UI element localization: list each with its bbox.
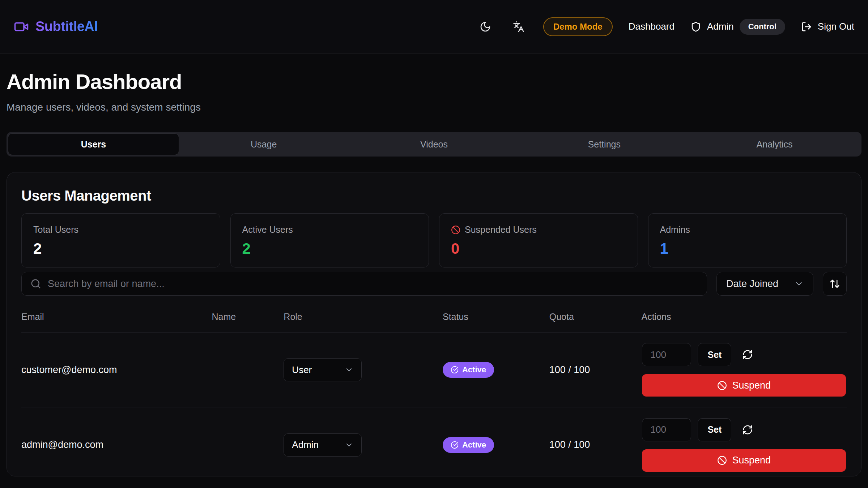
- col-header-quota: Quota: [549, 312, 642, 322]
- video-camera-icon: [14, 19, 29, 34]
- chevron-down-icon: [794, 279, 804, 288]
- set-quota-button[interactable]: Set: [698, 343, 731, 366]
- stat-value: 2: [242, 240, 417, 257]
- col-header-role: Role: [284, 312, 443, 322]
- circle-check-icon: [451, 441, 459, 449]
- ban-icon: [717, 455, 727, 465]
- users-table: Email Name Role Status Quota Actions cus…: [21, 312, 847, 476]
- search-box: [21, 272, 707, 296]
- page-subtitle: Manage users, videos, and system setting…: [7, 102, 861, 113]
- stat-card-admins: Admins 1: [648, 213, 847, 267]
- role-select[interactable]: Admin: [284, 433, 362, 457]
- users-management-panel: Users Management Total Users 2 Active Us…: [7, 172, 861, 476]
- reset-quota-button[interactable]: [742, 349, 753, 360]
- stat-label: Suspended Users: [451, 224, 626, 235]
- circle-check-icon: [451, 366, 459, 374]
- search-icon: [30, 278, 41, 289]
- status-badge: Active: [443, 437, 494, 453]
- stat-card-total-users: Total Users 2: [21, 213, 220, 267]
- stat-label: Active Users: [242, 224, 417, 235]
- sign-out-button[interactable]: Sign Out: [801, 21, 854, 32]
- nav-right: Demo Mode Dashboard Admin Control Sign O…: [477, 17, 854, 36]
- quota-input[interactable]: [642, 418, 691, 441]
- search-input[interactable]: [48, 278, 698, 290]
- reset-quota-button[interactable]: [742, 424, 753, 435]
- brand-name: SubtitleAI: [35, 19, 98, 34]
- actions-cell: Set: [641, 418, 847, 472]
- quota-value: 100 / 100: [549, 439, 642, 450]
- status-badge: Active: [443, 362, 494, 378]
- filter-row: Date Joined: [21, 272, 847, 296]
- theme-toggle-button[interactable]: [477, 18, 494, 35]
- chevron-down-icon: [345, 365, 353, 374]
- col-header-actions: Actions: [641, 312, 847, 322]
- tab-videos[interactable]: Videos: [349, 134, 519, 155]
- languages-icon: [513, 21, 524, 33]
- table-header: Email Name Role Status Quota Actions: [21, 312, 847, 333]
- moon-icon: [480, 21, 491, 33]
- stat-value: 1: [660, 240, 835, 257]
- stat-card-suspended-users: Suspended Users 0: [439, 213, 638, 267]
- quota-value: 100 / 100: [549, 364, 642, 376]
- shield-icon: [690, 21, 701, 32]
- log-out-icon: [801, 21, 812, 32]
- arrow-up-down-icon: [829, 278, 840, 289]
- stat-label: Total Users: [33, 224, 208, 235]
- stat-label: Admins: [660, 224, 835, 235]
- role-select-value: Admin: [292, 439, 319, 450]
- ban-icon: [717, 381, 727, 390]
- quota-input[interactable]: [642, 343, 691, 366]
- admin-role-label: Admin: [707, 21, 734, 32]
- page-content: Admin Dashboard Manage users, videos, an…: [0, 69, 868, 476]
- set-quota-button[interactable]: Set: [698, 418, 731, 441]
- tab-usage[interactable]: Usage: [179, 134, 349, 155]
- tab-settings[interactable]: Settings: [519, 134, 689, 155]
- stat-card-active-users: Active Users 2: [230, 213, 429, 267]
- tab-users[interactable]: Users: [8, 134, 179, 155]
- role-select[interactable]: User: [284, 358, 362, 381]
- nav-link-dashboard[interactable]: Dashboard: [629, 21, 675, 32]
- control-badge: Control: [740, 19, 785, 35]
- table-row: customer@demo.com User: [21, 333, 847, 407]
- role-select-value: User: [292, 364, 312, 376]
- sign-out-label: Sign Out: [818, 21, 854, 32]
- tab-bar: Users Usage Videos Settings Analytics: [7, 132, 861, 157]
- table-row: admin@demo.com Admin: [21, 407, 847, 476]
- suspend-user-button[interactable]: Suspend: [642, 374, 846, 397]
- col-header-email: Email: [21, 312, 212, 322]
- suspend-user-button[interactable]: Suspend: [642, 449, 846, 472]
- stat-value: 2: [33, 240, 208, 257]
- user-email: customer@demo.com: [21, 364, 212, 376]
- col-header-status: Status: [443, 312, 549, 322]
- brand-logo[interactable]: SubtitleAI: [14, 19, 98, 34]
- page-title: Admin Dashboard: [7, 69, 861, 94]
- refresh-icon: [742, 349, 753, 360]
- top-nav: SubtitleAI Demo Mode Dashboard: [0, 0, 868, 53]
- sort-field-value: Date Joined: [726, 278, 778, 290]
- admin-chip: Admin Control: [690, 19, 785, 35]
- language-toggle-button[interactable]: [510, 18, 527, 35]
- chevron-down-icon: [345, 441, 353, 449]
- stat-value: 0: [451, 240, 626, 257]
- demo-mode-badge: Demo Mode: [543, 17, 613, 36]
- ban-icon: [451, 225, 460, 235]
- user-email: admin@demo.com: [21, 439, 212, 450]
- tab-analytics[interactable]: Analytics: [689, 134, 860, 155]
- panel-title: Users Management: [21, 188, 847, 204]
- refresh-icon: [742, 424, 753, 435]
- col-header-name: Name: [212, 312, 284, 322]
- sort-direction-button[interactable]: [823, 272, 847, 296]
- sort-field-select[interactable]: Date Joined: [716, 272, 813, 296]
- stats-row: Total Users 2 Active Users 2 Suspended U…: [21, 213, 847, 267]
- actions-cell: Set: [641, 343, 847, 397]
